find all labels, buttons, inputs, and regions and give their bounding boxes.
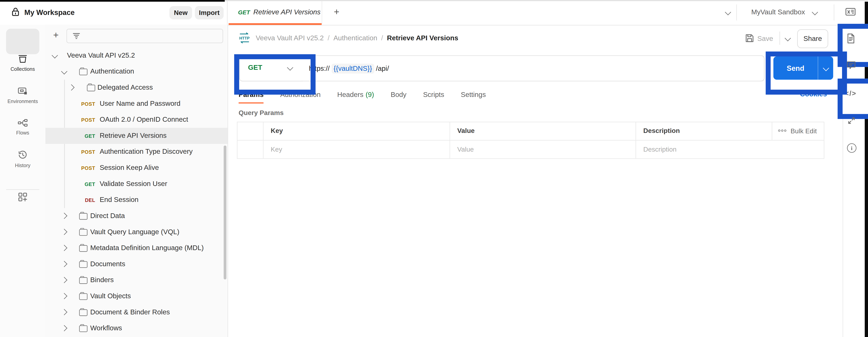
tree-folder-label: Vault Query Language (VQL) bbox=[90, 228, 179, 236]
tree-request[interactable]: POST Session Keep Alive bbox=[45, 160, 227, 176]
tree-request[interactable]: POST User Name and Password bbox=[45, 96, 227, 112]
sidebar-item-flows[interactable]: Flows bbox=[0, 117, 45, 142]
tree-folder[interactable]: Authentication bbox=[45, 64, 227, 80]
chevron-right-icon bbox=[61, 213, 67, 219]
tree-request[interactable]: DEL End Session bbox=[45, 192, 227, 208]
divider bbox=[834, 4, 834, 21]
divider bbox=[736, 4, 737, 21]
chevron-right-icon bbox=[61, 277, 67, 283]
tree-folder[interactable]: Workflows bbox=[45, 321, 227, 337]
url-variable[interactable]: {{vaultDNS}} bbox=[332, 63, 374, 73]
tree-request[interactable]: POST OAuth 2.0 / OpenID Connect bbox=[45, 112, 227, 128]
column-header-description: Description bbox=[643, 127, 680, 134]
bulk-edit-button[interactable]: Bulk Edit bbox=[790, 127, 817, 135]
add-tab-button[interactable]: + bbox=[334, 7, 339, 17]
tree-folder[interactable]: Metadata Definition Language (MDL) bbox=[45, 240, 227, 257]
postman-window: My Workspace New Import GET Retrieve API… bbox=[0, 0, 868, 337]
environment-selector[interactable]: MyVault Sandbox bbox=[751, 8, 805, 16]
share-button[interactable]: Share bbox=[797, 29, 828, 48]
tree-folder[interactable]: Documents bbox=[45, 256, 227, 272]
tree-folder-label: Metadata Definition Language (MDL) bbox=[90, 244, 204, 252]
chevron-right-icon bbox=[61, 309, 67, 315]
sidebar-item-environments[interactable]: Environments bbox=[0, 85, 45, 110]
param-description-input[interactable]: Description bbox=[643, 145, 677, 153]
folder-icon bbox=[79, 309, 87, 316]
method-badge: POST bbox=[81, 117, 95, 123]
add-collection-button[interactable]: + bbox=[53, 31, 59, 40]
bulk-edit-icon bbox=[778, 129, 787, 132]
request-tab[interactable]: GET Retrieve API Versions bbox=[228, 0, 322, 24]
tree-request[interactable]: POST Authentication Type Discovery bbox=[45, 144, 227, 160]
collections-panel: + Veeva Vault API v25.2 Authentication D… bbox=[45, 25, 228, 337]
send-options-chevron-icon[interactable] bbox=[818, 57, 833, 80]
divider bbox=[779, 31, 780, 45]
environment-quick-look-icon[interactable] bbox=[845, 8, 856, 16]
tree-request-label: Session Keep Alive bbox=[100, 164, 159, 171]
tree-request[interactable]: GET Validate Session User bbox=[45, 176, 227, 192]
collections-icon bbox=[18, 55, 28, 63]
chevron-right-icon bbox=[61, 293, 67, 299]
comments-icon[interactable] bbox=[846, 61, 856, 70]
folder-icon bbox=[79, 245, 87, 252]
tree-folder-label: Document & Binder Roles bbox=[90, 308, 170, 316]
tree-folder-label: Direct Data bbox=[90, 212, 125, 220]
breadcrumb-folder[interactable]: Authentication bbox=[333, 34, 377, 42]
annotation-box-method-dropdown bbox=[234, 54, 316, 95]
tree-folder[interactable]: Vault Objects bbox=[45, 288, 227, 304]
tree-folder[interactable]: Vault Query Language (VQL) bbox=[45, 224, 227, 240]
workspace-name[interactable]: My Workspace bbox=[24, 8, 75, 16]
column-header-key: Key bbox=[271, 127, 283, 134]
save-button[interactable]: Save bbox=[757, 35, 773, 42]
chevron-right-icon bbox=[61, 229, 67, 235]
param-key-input[interactable]: Key bbox=[271, 145, 282, 153]
window-top-edge bbox=[0, 0, 225, 2]
query-params-title: Query Params bbox=[239, 109, 284, 116]
url-input[interactable]: https:// {{vaultDNS}} /api/ bbox=[301, 55, 765, 81]
tree-folder[interactable]: Direct Data bbox=[45, 208, 227, 224]
method-badge: POST bbox=[81, 149, 95, 155]
param-value-input[interactable]: Value bbox=[457, 145, 474, 153]
url-path: /api/ bbox=[376, 65, 389, 72]
configure-sidebar-icon[interactable] bbox=[18, 193, 27, 201]
tree-request-label: Retrieve API Versions bbox=[100, 132, 166, 139]
expand-collapse-icon[interactable] bbox=[847, 116, 856, 125]
sidebar-item-collections[interactable]: Collections bbox=[0, 53, 45, 78]
tree-folder[interactable]: Binders bbox=[45, 272, 227, 289]
tree-request-selected[interactable]: GET Retrieve API Versions bbox=[45, 128, 227, 144]
folder-icon bbox=[87, 85, 95, 92]
save-options-chevron-icon[interactable] bbox=[784, 35, 791, 41]
search-input[interactable] bbox=[66, 29, 223, 43]
chevron-right-icon bbox=[61, 261, 67, 267]
send-button[interactable]: Send bbox=[773, 57, 833, 80]
tab-scripts[interactable]: Scripts bbox=[423, 86, 444, 103]
import-button[interactable]: Import bbox=[195, 6, 224, 20]
tree-folder[interactable]: Document & Binder Roles bbox=[45, 304, 227, 321]
tree-scrollbar[interactable] bbox=[224, 145, 226, 279]
tree-folder-label: Documents bbox=[90, 260, 125, 268]
tree-request-label: End Session bbox=[100, 196, 139, 203]
new-button[interactable]: New bbox=[169, 6, 192, 20]
method-badge: POST bbox=[81, 165, 95, 171]
lock-icon bbox=[11, 7, 19, 17]
info-icon[interactable]: i bbox=[847, 143, 857, 153]
chevron-right-icon bbox=[61, 325, 67, 331]
tree-request-label: OAuth 2.0 / OpenID Connect bbox=[100, 115, 188, 123]
active-tab-underline bbox=[228, 23, 321, 25]
history-icon bbox=[18, 150, 28, 160]
folder-icon bbox=[79, 261, 87, 268]
breadcrumb-collection[interactable]: Veeva Vault API v25.2 bbox=[256, 34, 324, 42]
documentation-icon[interactable] bbox=[846, 33, 856, 44]
column-header-value: Value bbox=[457, 127, 475, 134]
sidebar-item-history[interactable]: History bbox=[0, 148, 45, 174]
tree-collection[interactable]: Veeva Vault API v25.2 bbox=[45, 47, 227, 64]
tree-folder-label: Vault Objects bbox=[90, 292, 131, 300]
header-divider bbox=[227, 0, 227, 25]
tab-settings[interactable]: Settings bbox=[461, 86, 486, 103]
tree-folder[interactable]: Delegated Access bbox=[45, 80, 227, 96]
tab-body[interactable]: Body bbox=[391, 86, 406, 103]
top-header bbox=[0, 0, 868, 25]
save-icon bbox=[745, 34, 754, 43]
tab-headers[interactable]: Headers(9) bbox=[337, 86, 374, 103]
method-badge: GET bbox=[81, 181, 95, 187]
folder-icon bbox=[79, 213, 87, 220]
